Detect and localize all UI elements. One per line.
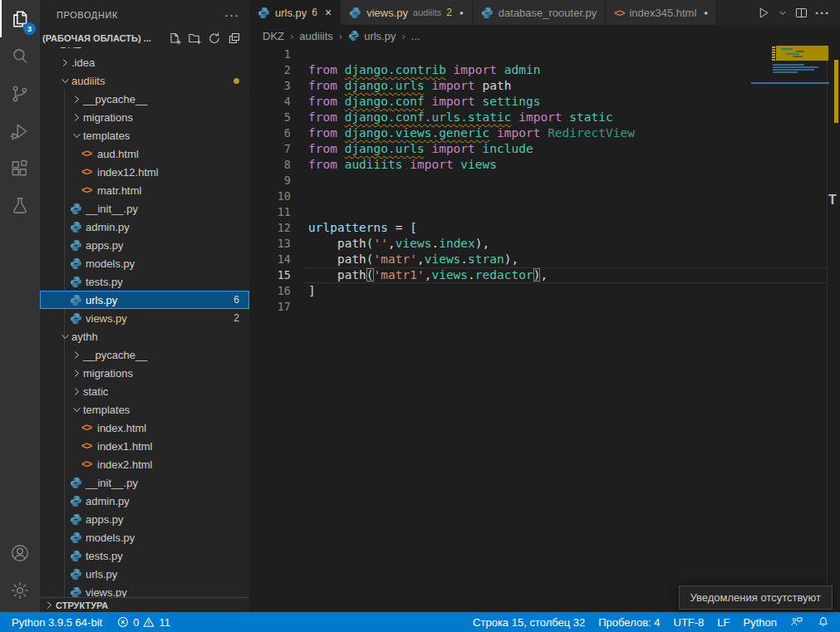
tree-file-index2-html[interactable]: <>index2.html	[40, 455, 249, 473]
code-line[interactable]: 12urlpatterns = [	[249, 220, 840, 236]
activity-testing-button[interactable]	[0, 187, 40, 224]
editor-scrollbar[interactable]	[827, 47, 828, 612]
tree-file--init-py[interactable]: __init__.py	[40, 199, 249, 218]
html-file-icon: <>	[81, 458, 97, 470]
activity-explorer-button[interactable]: 3	[0, 0, 40, 37]
tree-folder--pycache-[interactable]: __pycache__	[40, 90, 249, 108]
code-line[interactable]: 16]	[249, 283, 840, 299]
tab-index345-html[interactable]: <>index345.html●	[606, 0, 717, 25]
status-language-mode[interactable]: Python	[744, 616, 777, 629]
tree-item-label: aythh	[71, 331, 98, 343]
breadcrumb-item[interactable]: audiiits	[299, 30, 332, 42]
file-tree: DKZ.ideaaudiiits__pycache__migrationstem…	[40, 47, 249, 598]
overview-ruler-marker: T	[828, 192, 837, 208]
activity-settings-button[interactable]	[0, 571, 40, 609]
bell-icon	[817, 615, 830, 629]
tree-file-urls-py[interactable]: urls.py	[40, 565, 249, 583]
line-number: 11	[249, 204, 308, 220]
code-line[interactable]: 17	[249, 299, 840, 315]
tree-file-views-py[interactable]: views.py2	[40, 309, 249, 327]
tree-folder-migrations[interactable]: migrations	[40, 364, 249, 382]
activity-source-control-button[interactable]	[0, 75, 40, 112]
tree-file-index-html[interactable]: <>index.html	[40, 419, 249, 437]
tab-label: index345.html	[629, 7, 696, 19]
tree-file-admin-py[interactable]: admin.py	[40, 492, 249, 510]
run-dropdown[interactable]	[776, 4, 789, 22]
split-editor-button[interactable]	[793, 4, 810, 22]
tree-folder-audiiits[interactable]: audiiits	[40, 71, 249, 90]
tree-file-aud-html[interactable]: <>aud.html	[40, 145, 249, 163]
sidebar-explorer: ПРОВОДНИК ··· (РАБОЧАЯ ОБЛАСТЬ) ... DKZ.…	[40, 0, 249, 612]
python-file-icon	[70, 294, 86, 306]
dirty-dot-icon[interactable]: ●	[704, 9, 708, 17]
chevron-down-icon	[58, 76, 71, 86]
activity-search-button[interactable]	[0, 37, 40, 75]
tree-folder-DKZ[interactable]: DKZ	[40, 47, 249, 53]
status-feedback[interactable]	[790, 615, 803, 629]
close-icon[interactable]: ×	[325, 6, 332, 19]
tab-views-py[interactable]: views.pyaudiiits2●	[341, 0, 473, 25]
explorer-more-icon[interactable]: ···	[224, 7, 239, 22]
minimap[interactable]	[751, 47, 834, 213]
tree-folder-aythh[interactable]: aythh	[40, 327, 249, 345]
status-problems[interactable]: 011	[117, 616, 170, 629]
tree-item-label: audiiits	[71, 75, 105, 87]
code-editor[interactable]: 12from django.contrib import admin3from …	[249, 47, 840, 612]
refresh-icon[interactable]	[208, 32, 222, 46]
breadcrumb[interactable]: DKZ›audiiits›urls.py›...	[249, 25, 840, 47]
tree-file-admin-py[interactable]: admin.py	[40, 218, 249, 236]
code-line[interactable]: 13 path('',views.index),	[249, 236, 840, 252]
tree-file--init-py[interactable]: __init__.py	[40, 473, 249, 492]
code-text: ]	[308, 283, 316, 299]
breadcrumb-item[interactable]: ...	[411, 30, 420, 42]
html-file-icon: <>	[81, 440, 97, 452]
status-encoding[interactable]: UTF-8	[674, 616, 705, 629]
new-folder-icon[interactable]	[188, 32, 202, 46]
status-python-interpreter[interactable]: Python 3.9.5 64-bit	[12, 616, 102, 629]
tree-file-index1-html[interactable]: <>index1.html	[40, 437, 249, 455]
activity-extensions-button[interactable]	[0, 149, 40, 187]
tree-file-tests-py[interactable]: tests.py	[40, 272, 249, 291]
new-file-icon[interactable]	[168, 32, 182, 46]
editor-more-button[interactable]: ···	[813, 4, 832, 22]
outline-section-label: СТРУКТУРА	[56, 600, 108, 610]
tab-problems-badge: 6	[312, 7, 317, 18]
tree-file-views-py[interactable]: views.py	[40, 583, 249, 598]
tab-database-roouter-py[interactable]: database_roouter.py	[473, 0, 607, 25]
tree-folder-templates[interactable]: templates	[40, 400, 249, 419]
python-file-icon	[70, 550, 86, 562]
outline-section-header[interactable]: СТРУКТУРА	[40, 597, 249, 612]
activity-account-button[interactable]	[0, 534, 40, 571]
tree-file-models-py[interactable]: models.py	[40, 528, 249, 546]
activity-run-debug-button[interactable]	[0, 112, 40, 149]
tree-folder--idea[interactable]: .idea	[40, 53, 249, 71]
run-button[interactable]	[755, 4, 773, 22]
code-line[interactable]: 15 path('matr1',views.redactor),	[249, 267, 840, 283]
code-line[interactable]: 14 path('matr',views.stran),	[249, 252, 840, 267]
status-notifications[interactable]	[817, 615, 830, 629]
breadcrumb-item[interactable]: DKZ	[263, 30, 284, 42]
tree-folder--pycache-[interactable]: __pycache__	[40, 345, 249, 364]
activity-bar-bottom	[0, 534, 40, 609]
tree-file-apps-py[interactable]: apps.py	[40, 510, 249, 528]
toast-text: Уведомления отсутствуют	[690, 591, 821, 604]
workspace-section-header[interactable]: (РАБОЧАЯ ОБЛАСТЬ) ...	[40, 29, 249, 47]
collapse-all-icon[interactable]	[228, 32, 242, 46]
tree-file-apps-py[interactable]: apps.py	[40, 236, 249, 254]
tree-folder-static[interactable]: static	[40, 382, 249, 400]
tree-file-matr-html[interactable]: <>matr.html	[40, 181, 249, 199]
status-eol[interactable]: LF	[717, 616, 729, 629]
status-indentation[interactable]: Пробелов: 4	[598, 616, 660, 629]
tree-file-models-py[interactable]: models.py	[40, 254, 249, 272]
chevron-right-icon	[70, 386, 83, 397]
tree-file-index12-html[interactable]: <>index12.html	[40, 163, 249, 181]
tree-folder-migrations[interactable]: migrations	[40, 108, 249, 126]
dirty-dot-icon[interactable]: ●	[459, 9, 464, 17]
tree-file-urls-py[interactable]: urls.py6	[40, 291, 249, 309]
tab-urls-py[interactable]: urls.py6×	[249, 0, 341, 25]
tree-item-label: DKZ	[60, 47, 81, 51]
breadcrumb-item[interactable]: urls.py	[348, 30, 395, 42]
status-cursor-position[interactable]: Строка 15, столбец 32	[473, 616, 585, 629]
tree-folder-templates[interactable]: templates	[40, 126, 249, 145]
tree-file-tests-py[interactable]: tests.py	[40, 546, 249, 565]
